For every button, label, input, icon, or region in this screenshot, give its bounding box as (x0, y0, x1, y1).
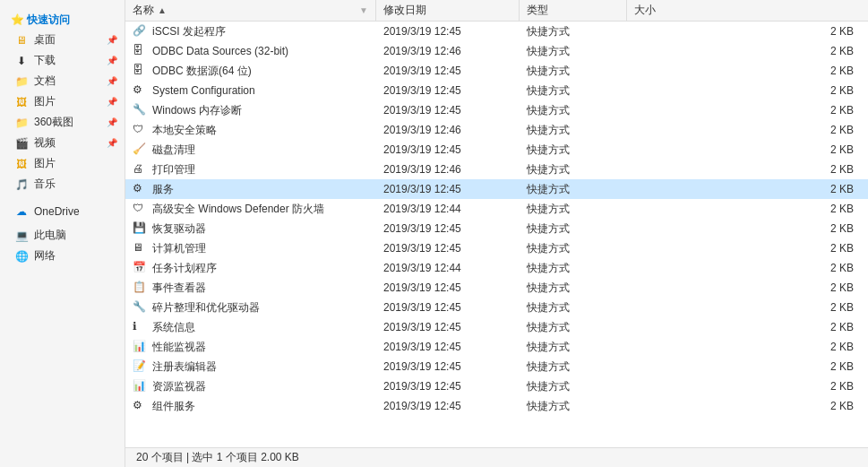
file-name: 打印管理 (152, 162, 195, 177)
file-type: 快捷方式 (527, 103, 570, 118)
table-row[interactable]: 🗄 ODBC 数据源(64 位) 2019/3/19 12:45 快捷方式 2 … (125, 61, 868, 81)
table-row[interactable]: ⚙ 组件服务 2019/3/19 12:45 快捷方式 2 KB (125, 396, 868, 416)
file-icon: 🗄 (133, 64, 147, 78)
sidebar-item-360[interactable]: 📁 360截图 📌 (0, 112, 125, 133)
table-row[interactable]: 📊 资源监视器 2019/3/19 12:45 快捷方式 2 KB (125, 376, 868, 396)
table-row[interactable]: 🛡 本地安全策略 2019/3/19 12:46 快捷方式 2 KB (125, 120, 868, 140)
file-name: Windows 内存诊断 (152, 103, 242, 118)
file-date: 2019/3/19 12:45 (383, 380, 461, 393)
file-size: 2 KB (830, 163, 854, 176)
main-content: 名称 ▲ ▼ 修改日期 类型 大小 🔗 iSCSI 发起程序 2019/3/19… (125, 0, 868, 467)
file-name: 注册表编辑器 (152, 359, 217, 375)
pin-icon-2: 📌 (107, 56, 117, 65)
table-row[interactable]: 🖥 计算机管理 2019/3/19 12:45 快捷方式 2 KB (125, 238, 868, 258)
sidebar-item-network[interactable]: 🌐 网络 (0, 246, 125, 266)
table-row[interactable]: 📊 性能监视器 2019/3/19 12:45 快捷方式 2 KB (125, 337, 868, 357)
file-name: 组件服务 (152, 399, 195, 414)
file-icon: 📋 (133, 281, 147, 295)
file-name: 高级安全 Windows Defender 防火墙 (152, 202, 324, 217)
pin-icon-6: 📌 (107, 138, 117, 148)
sidebar-item-pics[interactable]: 🖼 图片 (0, 153, 125, 174)
computer-icon: 💻 (14, 229, 29, 243)
file-size: 2 KB (830, 281, 854, 294)
file-size: 2 KB (830, 183, 854, 195)
file-icon: ⚙ (133, 83, 147, 98)
file-icon: 📊 (133, 379, 147, 393)
file-size: 2 KB (830, 124, 854, 136)
table-row[interactable]: 📋 事件查看器 2019/3/19 12:45 快捷方式 2 KB (125, 278, 868, 298)
file-name: 性能监视器 (152, 340, 206, 355)
table-row[interactable]: 🔧 碎片整理和优化驱动器 2019/3/19 12:45 快捷方式 2 KB (125, 298, 868, 317)
file-date: 2019/3/19 12:45 (383, 360, 461, 373)
file-date: 2019/3/19 12:45 (383, 341, 461, 353)
header-date[interactable]: 修改日期 (376, 0, 520, 21)
file-list: 🔗 iSCSI 发起程序 2019/3/19 12:45 快捷方式 2 KB 🗄… (125, 22, 868, 447)
file-name: 计算机管理 (152, 241, 206, 256)
music-icon: 🎵 (14, 177, 29, 192)
file-type: 快捷方式 (527, 261, 570, 276)
onedrive-icon: ☁ (14, 204, 29, 219)
file-icon: 📝 (133, 359, 147, 374)
table-row[interactable]: 📝 注册表编辑器 2019/3/19 12:45 快捷方式 2 KB (125, 357, 868, 376)
file-name: 服务 (152, 182, 174, 197)
filter-icon[interactable]: ▼ (359, 5, 368, 15)
sidebar-quick-access[interactable]: ⭐ 快速访问 (0, 7, 125, 30)
file-icon: 🔗 (133, 24, 147, 39)
sidebar-item-pictures[interactable]: 🖼 图片 📌 (0, 91, 125, 112)
file-date: 2019/3/19 12:46 (383, 124, 461, 136)
file-date: 2019/3/19 12:44 (383, 262, 461, 274)
file-size: 2 KB (830, 45, 854, 57)
table-row[interactable]: 🛡 高级安全 Windows Defender 防火墙 2019/3/19 12… (125, 199, 868, 219)
file-type: 快捷方式 (527, 182, 570, 197)
sidebar-item-download[interactable]: ⬇ 下载 📌 (0, 50, 125, 71)
file-size: 2 KB (830, 25, 854, 38)
file-explorer-window: ⭐ 快速访问 🖥 桌面 📌 ⬇ 下载 📌 📁 文档 📌 🖼 图片 📌 📁 360… (0, 0, 868, 467)
sidebar: ⭐ 快速访问 🖥 桌面 📌 ⬇ 下载 📌 📁 文档 📌 🖼 图片 📌 📁 360… (0, 0, 125, 467)
sidebar-item-music[interactable]: 🎵 音乐 (0, 174, 125, 195)
sidebar-item-desktop[interactable]: 🖥 桌面 📌 (0, 30, 125, 50)
header-size[interactable]: 大小 (627, 0, 868, 21)
file-name: 磁盘清理 (152, 143, 195, 158)
file-size: 2 KB (830, 360, 854, 373)
file-type: 快捷方式 (527, 300, 570, 316)
file-type: 快捷方式 (527, 320, 570, 335)
table-row[interactable]: 🔧 Windows 内存诊断 2019/3/19 12:45 快捷方式 2 KB (125, 100, 868, 120)
table-row[interactable]: 🖨 打印管理 2019/3/19 12:46 快捷方式 2 KB (125, 160, 868, 179)
file-type: 快捷方式 (527, 83, 570, 99)
table-row[interactable]: 📅 任务计划程序 2019/3/19 12:44 快捷方式 2 KB (125, 258, 868, 278)
table-row[interactable]: ℹ 系统信息 2019/3/19 12:45 快捷方式 2 KB (125, 317, 868, 337)
file-size: 2 KB (830, 104, 854, 117)
table-row[interactable]: 🧹 磁盘清理 2019/3/19 12:45 快捷方式 2 KB (125, 140, 868, 160)
sidebar-item-docs[interactable]: 📁 文档 📌 (0, 71, 125, 91)
file-name: 恢复驱动器 (152, 221, 206, 237)
file-date: 2019/3/19 12:45 (383, 281, 461, 294)
file-icon: 🛡 (133, 202, 147, 216)
table-row[interactable]: ⚙ System Configuration 2019/3/19 12:45 快… (125, 81, 868, 100)
file-size: 2 KB (830, 143, 854, 156)
file-name: 任务计划程序 (152, 261, 217, 276)
pin-icon-5: 📌 (107, 117, 117, 127)
table-row[interactable]: 🗄 ODBC Data Sources (32-bit) 2019/3/19 1… (125, 41, 868, 61)
sidebar-item-onedrive[interactable]: ☁ OneDrive (0, 202, 125, 221)
table-row[interactable]: 💾 恢复驱动器 2019/3/19 12:45 快捷方式 2 KB (125, 219, 868, 238)
sidebar-item-thispc[interactable]: 💻 此电脑 (0, 225, 125, 246)
download-icon: ⬇ (14, 54, 29, 68)
file-icon: 📊 (133, 340, 147, 354)
header-type[interactable]: 类型 (520, 0, 627, 21)
file-date: 2019/3/19 12:45 (383, 321, 461, 333)
table-row[interactable]: 🔗 iSCSI 发起程序 2019/3/19 12:45 快捷方式 2 KB (125, 22, 868, 41)
header-name[interactable]: 名称 ▲ ▼ (125, 0, 376, 21)
file-date: 2019/3/19 12:45 (383, 104, 461, 117)
file-icon: 💾 (133, 221, 147, 236)
table-row[interactable]: ⚙ 服务 2019/3/19 12:45 快捷方式 2 KB (125, 179, 868, 199)
file-type: 快捷方式 (527, 221, 570, 237)
file-type: 快捷方式 (527, 399, 570, 414)
sidebar-item-video[interactable]: 🎬 视频 📌 (0, 133, 125, 153)
file-size: 2 KB (830, 400, 854, 412)
file-icon: 🛡 (133, 123, 147, 137)
file-size: 2 KB (830, 301, 854, 314)
file-icon: 🖨 (133, 162, 147, 177)
file-type: 快捷方式 (527, 123, 570, 138)
file-name: 资源监视器 (152, 379, 206, 394)
file-name: 系统信息 (152, 320, 195, 335)
